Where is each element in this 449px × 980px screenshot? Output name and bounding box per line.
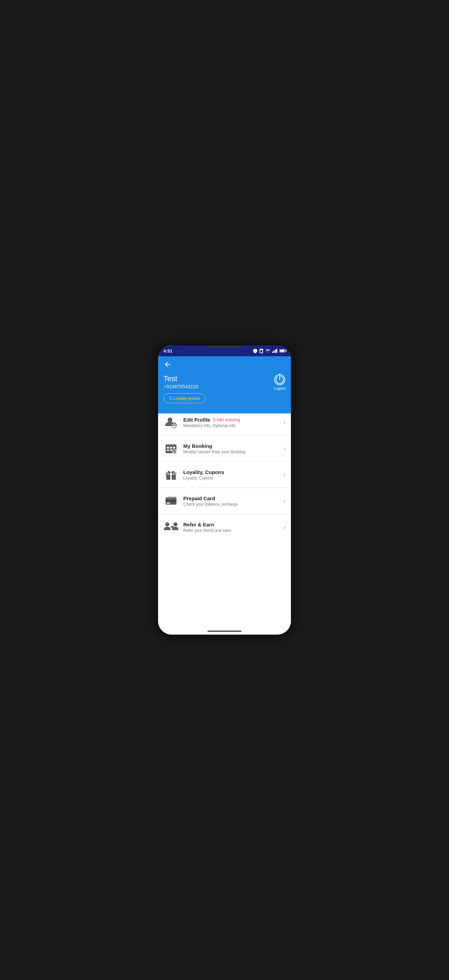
svg-point-32: [165, 522, 169, 527]
svg-rect-16: [170, 447, 172, 449]
user-info: Test +919876543210 0 Loyalty points: [163, 374, 274, 403]
logout-button[interactable]: Logout: [274, 374, 286, 390]
svg-rect-18: [167, 450, 169, 451]
menu-item-prepaid-card[interactable]: Prepaid Card Check your balance, recharg…: [158, 488, 291, 514]
menu-item-refer-earn[interactable]: Refer & Earn Refer your friend and earn …: [158, 514, 291, 540]
header: Test +919876543210 0 Loyalty points Logo…: [158, 356, 291, 414]
svg-rect-31: [166, 503, 170, 504]
signal-bars-icon: [272, 349, 277, 353]
refer-earn-text: Refer & Earn Refer your friend and earn: [183, 522, 283, 533]
status-time: 4:51: [163, 348, 173, 353]
booking-icon: [163, 441, 179, 456]
loyalty-badge[interactable]: 0 Loyalty points: [163, 393, 206, 403]
edit-profile-title: Edit Profile 5 info missing: [183, 417, 283, 423]
screen: 4:51: [158, 345, 291, 635]
svg-rect-15: [167, 447, 169, 449]
prepaid-card-text: Prepaid Card Check your balance, recharg…: [183, 495, 283, 507]
loyalty-coupons-title: Loyality, Cupons: [183, 469, 283, 475]
edit-profile-subtitle: Mandatory info, Optional info: [183, 423, 283, 428]
svg-rect-1: [260, 350, 262, 353]
person-icon: [163, 415, 179, 430]
wifi-icon: [265, 349, 270, 353]
power-icon: [274, 374, 285, 385]
battery-icon: [280, 349, 286, 353]
sim-icon: [259, 349, 263, 353]
svg-rect-19: [170, 450, 172, 451]
back-button[interactable]: [163, 360, 172, 370]
refer-icon: [163, 520, 179, 535]
edit-profile-text: Edit Profile 5 info missing Mandatory in…: [183, 417, 283, 428]
chevron-right-icon: ›: [283, 419, 286, 426]
svg-point-4: [168, 417, 173, 422]
header-content: Test +919876543210 0 Loyalty points Logo…: [163, 374, 286, 403]
shield-icon: [253, 349, 257, 353]
chevron-right-icon: ›: [283, 471, 286, 479]
my-booking-title: My Booking: [183, 443, 283, 449]
menu-container: Edit Profile 5 info missing Mandatory in…: [158, 407, 291, 635]
home-indicator: [208, 630, 241, 632]
logout-label: Logout: [274, 386, 286, 390]
menu-item-edit-profile[interactable]: Edit Profile 5 info missing Mandatory in…: [158, 409, 291, 436]
svg-rect-17: [173, 447, 175, 449]
chevron-right-icon: ›: [283, 498, 286, 504]
chevron-right-icon: ›: [283, 524, 286, 531]
my-booking-subtitle: Modify/ cancel/ Rate your Booking: [183, 450, 283, 454]
card-icon: [163, 493, 179, 508]
status-icons: [253, 349, 286, 353]
phone-frame: 4:51: [158, 345, 291, 635]
svg-rect-30: [166, 500, 176, 502]
chevron-right-icon: ›: [283, 445, 286, 452]
notch: [208, 345, 241, 347]
my-booking-text: My Booking Modify/ cancel/ Rate your Boo…: [183, 443, 283, 454]
svg-point-33: [173, 522, 177, 527]
prepaid-card-subtitle: Check your balance, recharge: [183, 502, 283, 507]
user-name: Test: [163, 374, 274, 383]
loyalty-coupons-subtitle: Loyality, Cupons: [183, 476, 283, 480]
refer-earn-subtitle: Refer your friend and earn: [183, 528, 283, 533]
gift-icon: [163, 467, 179, 482]
refer-earn-title: Refer & Earn: [183, 522, 283, 527]
prepaid-card-title: Prepaid Card: [183, 495, 283, 501]
user-phone: +919876543210: [163, 384, 274, 389]
loyalty-coupons-text: Loyality, Cupons Loyality, Cupons: [183, 469, 283, 480]
menu-item-loyalty-coupons[interactable]: Loyality, Cupons Loyality, Cupons ›: [158, 462, 291, 488]
missing-badge: 5 info missing: [213, 417, 240, 422]
svg-rect-24: [166, 474, 176, 474]
menu-item-my-booking[interactable]: My Booking Modify/ cancel/ Rate your Boo…: [158, 436, 291, 462]
